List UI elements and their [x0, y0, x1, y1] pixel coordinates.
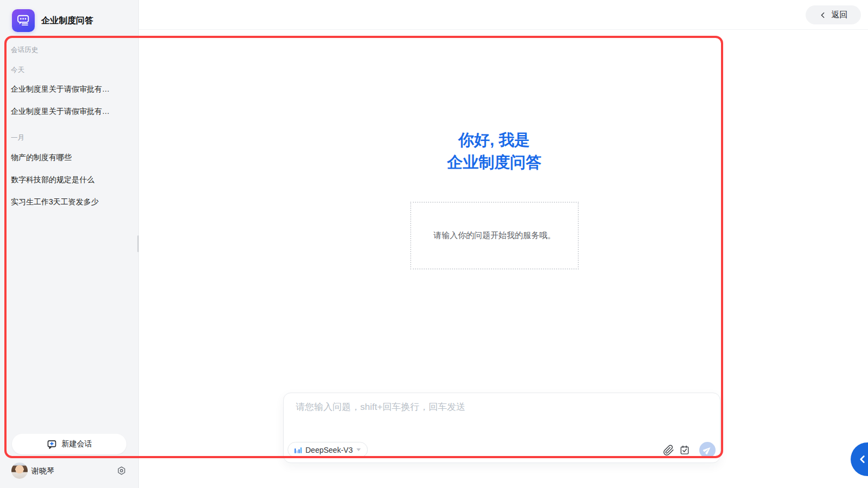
- greeting: 你好, 我是 企业制度问答: [383, 129, 605, 174]
- history-section-label: 会话历史: [11, 46, 38, 55]
- new-conversation-button[interactable]: 新建会话: [12, 434, 126, 454]
- empty-state-hint-box: 请输入你的问题开始我的服务哦。: [410, 202, 579, 269]
- paperclip-icon: [663, 445, 674, 456]
- gear-icon: [117, 466, 126, 476]
- new-conversation-label: 新建会话: [62, 439, 92, 449]
- empty-state-hint-text: 请输入你的问题开始我的服务哦。: [433, 230, 556, 241]
- chat-bubble-plus-icon: [47, 439, 57, 450]
- history-item[interactable]: 数字科技部的规定是什么: [11, 175, 128, 185]
- chevron-down-icon: [356, 448, 361, 451]
- history-item[interactable]: 实习生工作3天工资发多少: [11, 197, 128, 207]
- attach-file-button[interactable]: [662, 444, 674, 456]
- history-item[interactable]: 物产的制度有哪些: [11, 153, 128, 163]
- task-checklist-button[interactable]: [679, 444, 691, 456]
- message-input[interactable]: [296, 401, 632, 434]
- greeting-line-2: 企业制度问答: [383, 151, 605, 174]
- history-item[interactable]: 企业制度里关于请假审批有…: [11, 85, 128, 94]
- group-label-today: 今天: [11, 66, 24, 75]
- bar-chart-icon: [295, 446, 302, 453]
- greeting-line-1: 你好, 我是: [383, 129, 605, 151]
- user-name: 谢晓琴: [31, 466, 54, 476]
- app-logo-row: 企业制度问答: [12, 9, 93, 32]
- user-avatar: [11, 463, 28, 479]
- send-button[interactable]: [699, 442, 716, 458]
- top-header: 返回: [139, 0, 868, 30]
- app-title: 企业制度问答: [41, 15, 93, 27]
- user-row: 谢晓琴: [0, 460, 139, 482]
- sidebar: 企业制度问答 会话历史 今天 企业制度里关于请假审批有… 企业制度里关于请假审批…: [0, 0, 139, 488]
- history-item[interactable]: 企业制度里关于请假审批有…: [11, 107, 128, 117]
- chevron-left-icon: [857, 453, 868, 465]
- clipboard-check-icon: [679, 445, 690, 455]
- sidebar-scrollbar-thumb[interactable]: [137, 235, 139, 252]
- collapse-panel-button[interactable]: [851, 442, 868, 476]
- model-selector[interactable]: DeepSeek-V3: [288, 442, 368, 458]
- back-button[interactable]: 返回: [806, 5, 861, 24]
- back-label: 返回: [832, 10, 848, 20]
- chevron-left-icon: [819, 11, 827, 19]
- settings-button[interactable]: [117, 466, 126, 476]
- app-logo-icon: [12, 9, 35, 32]
- model-label: DeepSeek-V3: [305, 446, 353, 454]
- composer: DeepSeek-V3: [283, 393, 720, 463]
- group-label-january: 一月: [11, 133, 24, 143]
- paper-plane-icon: [703, 446, 712, 454]
